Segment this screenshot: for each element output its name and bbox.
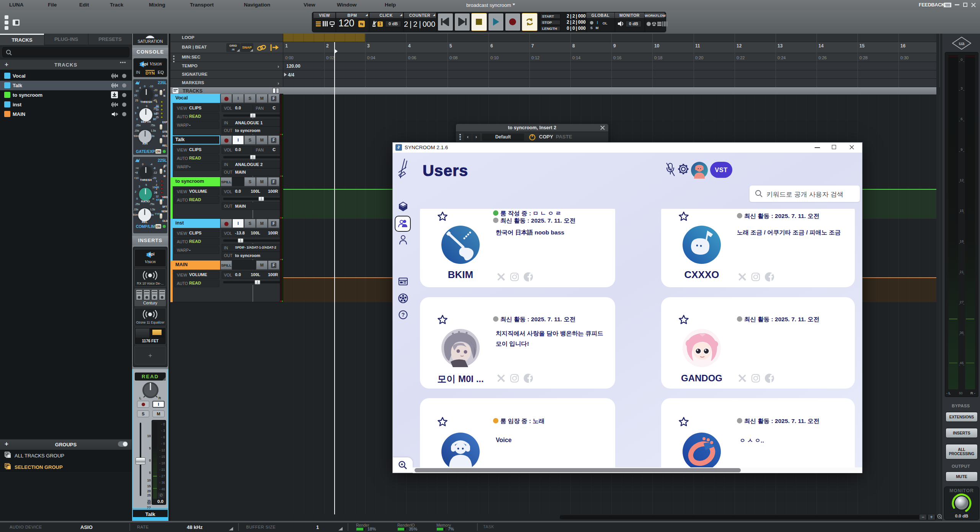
svg-text:ua: ua [959, 41, 965, 46]
